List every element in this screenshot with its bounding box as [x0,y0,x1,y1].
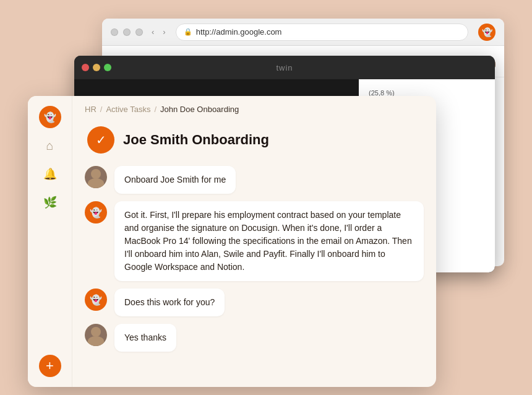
task-check-icon: ✓ [87,126,114,154]
bubble-text-2: Got it. First, I'll prepare his employme… [124,210,412,272]
lock-icon: 🔒 [184,28,192,36]
message-row-2: 👻 Got it. First, I'll prepare his employ… [85,201,424,281]
bubble-2: Got it. First, I'll prepare his employme… [114,201,424,281]
bubble-text-3: Does this work for you? [124,297,215,307]
add-button[interactable]: + [39,355,61,377]
breadcrumb-sep1: / [100,105,103,114]
dark-traffic-lights [82,64,111,71]
message-row-3: 👻 Does this work for you? [85,289,424,316]
terminal-titlebar: twin [74,56,495,79]
agent-avatar-1: 👻 [85,201,107,224]
chat-area: ✓ Joe Smith Onboarding Onboard Joe Smith… [72,119,436,387]
sidebar-item-home[interactable]: ⌂ [39,134,61,157]
message-row-4: Yes thanks [85,324,424,352]
bubble-3: Does this work for you? [114,289,225,316]
bubble-1: Onboard Joe Smith for me [114,166,236,194]
url-bar[interactable]: 🔒 http://admin.google.com [176,24,468,41]
bubble-text-4: Yes thanks [124,332,166,342]
main-content: HR / Active Tasks / John Doe Onboarding … [72,96,436,387]
sidebar: 👻 ⌂ 🔔 🌿 + [28,96,72,387]
term-green[interactable] [104,64,111,71]
breadcrumb-part2[interactable]: Active Tasks [106,105,150,114]
main-app-window: 👻 ⌂ 🔔 🌿 + HR / Active Tasks / John Doe O… [28,96,436,387]
forward-arrow[interactable]: › [163,27,165,37]
sidebar-item-ghost[interactable]: 👻 [39,106,61,128]
sidebar-item-bell[interactable]: 🔔 [39,163,61,185]
human-avatar-2 [85,324,107,346]
breadcrumb: HR / Active Tasks / John Doe Onboarding [72,96,436,119]
breadcrumb-part3[interactable]: John Doe Onboarding [160,105,239,114]
sidebar-item-leaf[interactable]: 🌿 [39,191,61,214]
traffic-yellow[interactable] [123,28,131,36]
agent-avatar-2: 👻 [85,289,107,311]
task-title: Joe Smith Onboarding [123,132,269,148]
term-yellow[interactable] [93,64,100,71]
breadcrumb-part1[interactable]: HR [85,105,97,114]
back-arrow[interactable]: ‹ [152,27,154,37]
browser-toolbar: ‹ › 🔒 http://admin.google.com 👻 [102,19,504,46]
terminal-title: twin [276,63,293,72]
message-row-1: Onboard Joe Smith for me [85,166,424,194]
url-text: http://admin.google.com [196,27,282,37]
term-red[interactable] [82,64,89,71]
traffic-red[interactable] [111,28,118,36]
task-header: ✓ Joe Smith Onboarding [85,126,424,154]
bubble-text-1: Onboard Joe Smith for me [124,175,226,184]
human-avatar-1 [85,166,107,188]
breadcrumb-sep2: / [154,105,157,114]
bubble-4: Yes thanks [114,324,176,352]
traffic-green[interactable] [135,28,143,36]
browser-avatar: 👻 [478,24,496,41]
